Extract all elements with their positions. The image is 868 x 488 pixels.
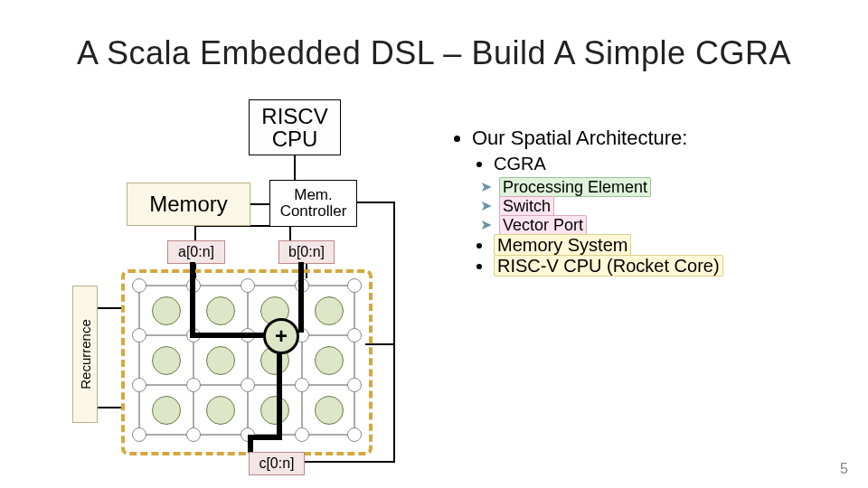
bullet-list: Our Spatial Architecture: CGRA ➤Processi…: [452, 127, 841, 277]
hl-rocket: RISC-V CPU (Rocket Core): [494, 255, 723, 277]
processing-element: [206, 346, 235, 375]
switch: [241, 278, 255, 293]
memory-label: Memory: [149, 192, 228, 215]
memory-box: Memory: [127, 183, 250, 226]
riscv-cpu-label: RISCV CPU: [250, 105, 340, 150]
switch: [186, 378, 201, 392]
grid-wire: [138, 285, 140, 434]
recurrence-box: Recurrence: [72, 286, 98, 423]
switch: [347, 328, 362, 343]
loop-right-v: [393, 202, 395, 462]
switch: [186, 427, 201, 442]
dataflow-path: [190, 282, 195, 333]
switch: [295, 427, 309, 442]
bullet-memory-system: Memory System: [494, 235, 841, 256]
mem-controller-label: Mem. Controller: [270, 187, 356, 220]
grid-wire: [247, 285, 249, 434]
rec-top-h: [97, 307, 122, 309]
vector-port-b: b[0:n]: [278, 240, 335, 264]
processing-element: [152, 346, 181, 375]
switch: [347, 378, 362, 392]
hl-vport: Vector Port: [499, 215, 587, 235]
wire-memctrl-a-v: [194, 225, 196, 240]
cgra-fabric: +: [132, 278, 360, 441]
processing-element: [260, 396, 289, 425]
switch: [132, 328, 146, 343]
plus-icon: +: [275, 324, 288, 349]
hl-switch: Switch: [499, 196, 554, 216]
processing-element: [206, 396, 235, 425]
wire-riscv-memctrl: [294, 154, 296, 181]
hl-memory-system: Memory System: [494, 234, 631, 256]
switch: [295, 378, 309, 392]
bullet-cgra: CGRA: [494, 154, 841, 174]
loop-top-h: [355, 202, 395, 203]
processing-element: [315, 296, 344, 325]
grid-wire: [354, 285, 355, 434]
bullet-switch: ➤Switch: [515, 197, 841, 216]
wire-memory-memctrl: [249, 203, 269, 205]
processing-element: [206, 296, 235, 325]
bullet-heading: Our Spatial Architecture:: [472, 127, 841, 150]
switch: [132, 278, 146, 293]
vector-port-c-label: c[0:n]: [259, 456, 294, 472]
recurrence-label: Recurrence: [78, 319, 93, 389]
dataflow-path: [298, 262, 304, 333]
vector-port-a-label: a[0:n]: [178, 245, 214, 260]
processing-element: [152, 396, 181, 425]
adder-pe: +: [263, 318, 299, 354]
dataflow-path: [248, 435, 253, 453]
loop-bot-h: [303, 461, 395, 463]
riscv-cpu-box: RISCV CPU: [249, 99, 341, 155]
rec-bot-h: [97, 407, 122, 408]
page-title: A Scala Embedded DSL – Build A Simple CG…: [0, 34, 868, 72]
wire-memctrl-b: [289, 225, 291, 240]
vector-port-b-label: b[0:n]: [288, 245, 325, 260]
switch: [132, 427, 146, 442]
bullet-vport: ➤Vector Port: [515, 216, 841, 235]
switch: [347, 427, 362, 442]
processing-element: [152, 296, 181, 325]
bullet-pe: ➤Processing Element: [515, 178, 841, 197]
vector-port-c: c[0:n]: [249, 452, 305, 475]
switch: [347, 278, 362, 293]
vector-port-a: a[0:n]: [167, 240, 225, 264]
hl-pe: Processing Element: [499, 177, 651, 197]
page-number: 5: [840, 461, 848, 477]
arrow-icon: ➤: [477, 216, 494, 233]
mem-controller-box: Mem. Controller: [269, 180, 357, 227]
switch: [241, 378, 255, 392]
processing-element: [315, 396, 344, 425]
bullet-rocket: RISC-V CPU (Rocket Core): [494, 256, 841, 277]
processing-element: [315, 346, 344, 375]
arrow-icon: ➤: [477, 178, 494, 195]
arrow-icon: ➤: [477, 197, 494, 214]
architecture-diagram: RISCV CPU Memory Mem. Controller a[0:n] …: [72, 90, 416, 470]
switch: [132, 378, 146, 392]
